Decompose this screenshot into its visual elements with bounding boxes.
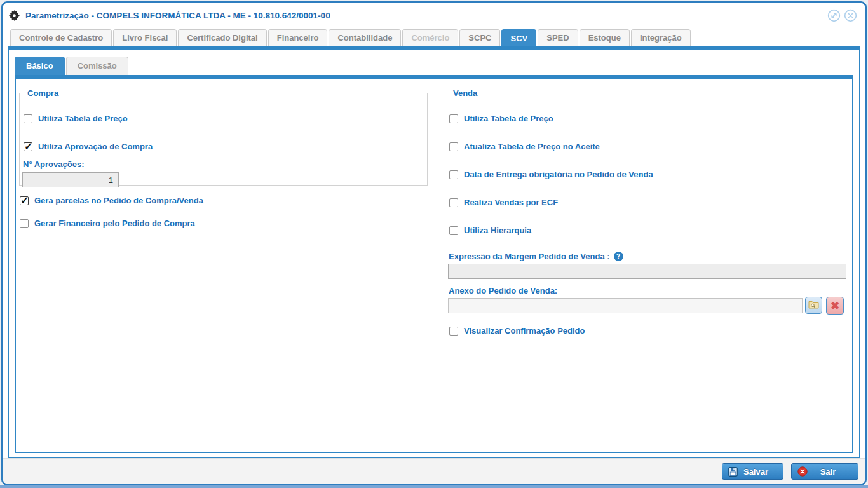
checkbox[interactable] [24,142,32,151]
checkbox-row-utiliza-tabela-preco-compra[interactable]: Utiliza Tabela de Preço [24,114,128,123]
basico-panel: Compra Utiliza Tabela de Preço Utiliza A… [15,75,853,453]
parametrizacao-window: Parametrização - COMPELS INFORMÁTICA LTD… [1,1,867,485]
anexo-pedido-input[interactable] [448,298,803,313]
scv-tab-panel: Básico Comissão Compra Utiliza Tabela de… [8,46,860,459]
clear-attachment-button[interactable]: ✖ [826,297,844,315]
checkbox-label: Atualiza Tabela de Preço no Aceite [464,142,600,151]
window-title: Parametrização - COMPELS INFORMÁTICA LTD… [25,11,330,20]
tab-financeiro[interactable]: Financeiro [268,29,328,46]
folder-search-icon [808,299,819,311]
anexo-pedido-label: Anexo do Pedido de Venda: [449,286,557,295]
checkbox[interactable] [449,327,458,336]
checkbox-label: Utiliza Aprovação de Compra [38,142,153,151]
footer-bar: Salvar Sair [3,458,865,484]
tab-integracao[interactable]: Integração [631,29,691,46]
subtab-basico[interactable]: Básico [15,57,65,76]
checkbox-row-data-entrega-obrigatoria[interactable]: Data de Entrega obrigatória no Pedido de… [449,170,653,179]
tab-controle-de-cadastro[interactable]: Controle de Cadastro [10,29,112,46]
checkbox-label: Gera parcelas no Pedido de Compra/Venda [34,196,203,205]
maximize-icon[interactable] [827,9,841,22]
window-titlebar: Parametrização - COMPELS INFORMÁTICA LTD… [3,3,865,27]
checkbox-label: Gerar Financeiro pelo Pedido de Compra [34,219,195,228]
checkbox[interactable] [449,114,458,123]
checkbox[interactable] [449,198,458,207]
venda-group: Venda Utiliza Tabela de Preço Atualiza T… [445,88,851,341]
checkbox[interactable] [20,196,29,205]
checkbox-row-visualizar-confirmacao[interactable]: Visualizar Confirmação Pedido [449,326,585,336]
venda-legend: Venda [450,88,480,98]
checkbox-row-atualiza-tabela-preco[interactable]: Atualiza Tabela de Preço no Aceite [449,142,600,151]
checkbox[interactable] [449,142,458,151]
checkbox-row-gerar-financeiro[interactable]: Gerar Financeiro pelo Pedido de Compra [20,219,195,228]
checkbox-label: Visualizar Confirmação Pedido [464,326,585,336]
exit-red-circle-icon [797,466,808,477]
checkbox-row-utiliza-aprovacao-compra[interactable]: Utiliza Aprovação de Compra [24,142,153,151]
compra-legend: Compra [24,88,62,98]
num-aprovacoes-input[interactable] [22,172,119,187]
compra-group: Compra Utiliza Tabela de Preço Utiliza A… [19,88,428,186]
help-icon[interactable] [614,252,623,261]
sub-tabs: Básico Comissão [15,56,130,75]
subtab-comissao[interactable]: Comissão [66,57,128,75]
tab-comercio: Comércio [402,29,458,46]
tab-sped[interactable]: SPED [538,29,578,46]
browse-file-button[interactable] [805,297,822,314]
salvar-button[interactable]: Salvar [722,463,783,480]
checkbox-label: Utiliza Hierarquia [464,226,531,235]
expressao-margem-label: Expressão da Margem Pedido de Venda : [449,252,623,261]
tab-estoque[interactable]: Estoque [580,29,630,46]
checkbox-row-gera-parcelas[interactable]: Gera parcelas no Pedido de Compra/Venda [20,196,203,205]
checkbox[interactable] [449,170,458,179]
tab-scv[interactable]: SCV [501,29,536,48]
expressao-margem-label-text: Expressão da Margem Pedido de Venda : [449,252,610,261]
window-controls [827,9,857,22]
checkbox-row-utiliza-tabela-preco-venda[interactable]: Utiliza Tabela de Preço [449,114,553,123]
checkbox-row-utiliza-hierarquia[interactable]: Utiliza Hierarquia [449,226,531,235]
main-tabs: Controle de Cadastro Livro Fiscal Certif… [10,29,692,46]
checkbox-label: Realiza Vendas por ECF [464,198,558,207]
tab-scpc[interactable]: SCPC [459,29,500,46]
red-x-icon: ✖ [831,301,839,311]
checkbox-label: Data de Entrega obrigatória no Pedido de… [464,170,653,179]
checkbox-label: Utiliza Tabela de Preço [464,114,553,123]
tab-livro-fiscal[interactable]: Livro Fiscal [113,29,177,46]
checkbox-row-realiza-vendas-ecf[interactable]: Realiza Vendas por ECF [449,198,558,207]
expressao-margem-input [448,264,846,279]
sair-button[interactable]: Sair [791,463,858,480]
checkbox[interactable] [449,226,458,235]
close-icon[interactable] [844,9,857,22]
save-floppy-icon [728,467,738,477]
checkbox[interactable] [20,219,29,228]
num-aprovacoes-label: N° Aprovações: [23,159,84,169]
checkbox-label: Utiliza Tabela de Preço [38,114,128,123]
tab-contabilidade[interactable]: Contabilidade [329,29,401,46]
checkbox[interactable] [24,114,32,123]
gear-icon [9,10,20,21]
tab-certificado-digital[interactable]: Certificado Digital [178,29,266,46]
